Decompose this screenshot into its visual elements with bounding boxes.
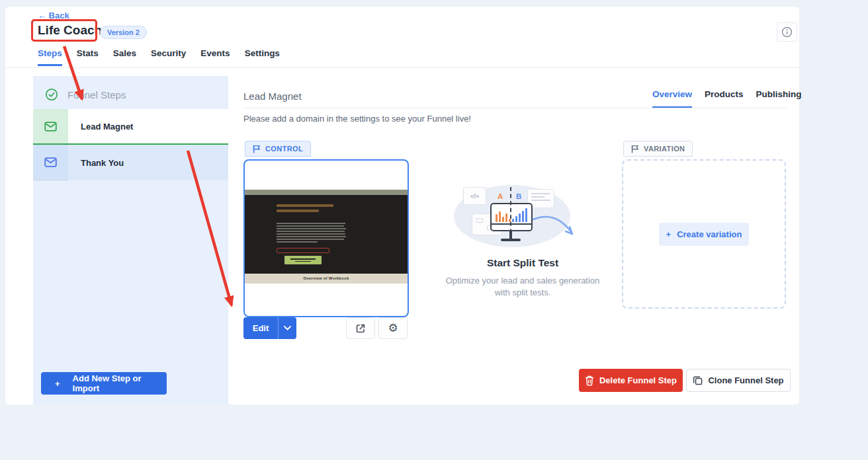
variation-label: VARIATION bbox=[644, 145, 685, 153]
tab-security[interactable]: Security bbox=[151, 48, 186, 66]
step-label: Thank You bbox=[68, 145, 228, 180]
clone-label: Clone Funnel Step bbox=[708, 375, 783, 385]
envelope-icon bbox=[33, 109, 68, 143]
control-badge: CONTROL bbox=[245, 141, 311, 157]
variant-b-label: B bbox=[516, 192, 521, 200]
primary-tabs: Steps Stats Sales Security Events Settin… bbox=[38, 48, 280, 66]
info-button[interactable] bbox=[777, 22, 797, 42]
delete-label: Delete Funnel Step bbox=[599, 375, 677, 385]
flag-icon bbox=[253, 145, 261, 153]
info-icon bbox=[781, 26, 793, 38]
split-test-text: Start Split Test Optimize your lead and … bbox=[417, 257, 629, 299]
plus-icon: + bbox=[55, 379, 60, 389]
create-variation-button[interactable]: + Create variation bbox=[659, 223, 749, 246]
step-tabs: Overview Products Publishing bbox=[652, 89, 802, 108]
mini-page-outline-button bbox=[277, 248, 329, 253]
tab-publishing[interactable]: Publishing bbox=[756, 89, 802, 108]
control-preview-thumbnail[interactable]: Overview of Workbook bbox=[243, 159, 409, 317]
variant-a-label: A bbox=[498, 192, 503, 200]
funnel-steps-sidebar: Funnel Steps Lead Magnet Thank You + Add… bbox=[33, 76, 228, 404]
tab-settings[interactable]: Settings bbox=[245, 48, 280, 66]
tab-stats[interactable]: Stats bbox=[77, 48, 99, 66]
add-new-step-button[interactable]: + Add New Step or Import bbox=[41, 372, 167, 395]
split-test-description-line1: Optimize your lead and sales generation bbox=[417, 275, 629, 287]
mini-page-caption: Overview of Workbook bbox=[245, 274, 408, 284]
tab-products[interactable]: Products bbox=[705, 89, 744, 108]
page-title: Life Coach bbox=[38, 23, 102, 38]
funnel-builder-page: ← Back Life Coach Version 2 Steps Stats … bbox=[0, 0, 868, 460]
main-divider bbox=[243, 108, 787, 108]
step-label: Lead Magnet bbox=[68, 109, 228, 143]
delete-funnel-step-button[interactable]: Delete Funnel Step bbox=[579, 369, 683, 392]
control-label: CONTROL bbox=[265, 145, 303, 153]
version-badge: Version 2 bbox=[100, 26, 147, 39]
mini-page-banner bbox=[245, 190, 408, 195]
bar-chart-a bbox=[496, 211, 511, 222]
create-variation-label: Create variation bbox=[677, 229, 742, 239]
trash-icon bbox=[585, 375, 594, 386]
sidebar-item-thank-you[interactable]: Thank You bbox=[33, 145, 228, 180]
sidebar-item-lead-magnet[interactable]: Lead Magnet bbox=[33, 109, 228, 143]
step-settings-button[interactable]: ⚙ bbox=[378, 317, 408, 339]
edit-button[interactable]: Edit bbox=[243, 317, 278, 339]
domain-notice: Please add a domain in the settings to s… bbox=[243, 114, 471, 124]
back-link[interactable]: ← Back bbox=[38, 11, 69, 20]
split-divider-icon bbox=[510, 187, 511, 240]
code-window-icon: </> bbox=[463, 187, 486, 205]
clone-funnel-step-button[interactable]: Clone Funnel Step bbox=[686, 369, 791, 392]
tab-sales[interactable]: Sales bbox=[113, 48, 136, 66]
add-step-label: Add New Step or Import bbox=[73, 373, 167, 393]
check-circle-icon bbox=[45, 88, 58, 101]
plus-icon: + bbox=[666, 229, 672, 239]
bar-chart-b bbox=[512, 208, 527, 222]
variation-badge: VARIATION bbox=[623, 141, 693, 157]
chevron-down-icon bbox=[284, 326, 291, 330]
variation-placeholder: + Create variation bbox=[622, 159, 786, 309]
tab-events[interactable]: Events bbox=[200, 48, 230, 66]
sidebar-title: Funnel Steps bbox=[67, 89, 126, 100]
open-preview-button[interactable] bbox=[346, 317, 375, 339]
header-divider bbox=[5, 67, 799, 68]
gear-icon: ⚙ bbox=[388, 323, 398, 334]
envelope-icon bbox=[33, 145, 68, 180]
mini-page-hero bbox=[245, 195, 408, 274]
curved-arrow-icon bbox=[529, 210, 581, 242]
edit-button-group: Edit bbox=[243, 317, 296, 339]
edit-dropdown-button[interactable] bbox=[278, 317, 296, 339]
external-link-icon bbox=[355, 323, 366, 334]
tab-steps[interactable]: Steps bbox=[38, 48, 62, 66]
tab-overview[interactable]: Overview bbox=[652, 89, 692, 108]
sidebar-header: Funnel Steps bbox=[45, 88, 126, 101]
step-heading: Lead Magnet bbox=[243, 91, 302, 102]
flag-icon bbox=[631, 145, 639, 153]
mini-page-cta-button bbox=[284, 256, 322, 264]
split-test-description-line2: with split tests. bbox=[417, 287, 629, 299]
split-test-title: Start Split Test bbox=[417, 257, 629, 269]
split-test-monitor-icon bbox=[490, 203, 533, 231]
clone-icon bbox=[693, 375, 703, 385]
